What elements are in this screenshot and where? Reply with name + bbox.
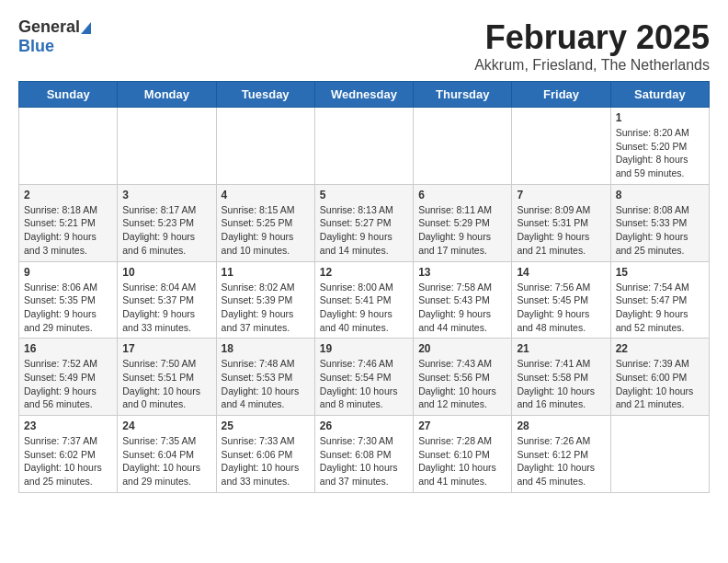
calendar-week-3: 9Sunrise: 8:06 AM Sunset: 5:35 PM Daylig… (19, 261, 710, 339)
weekday-header-thursday: Thursday (414, 82, 512, 108)
weekday-header-row: SundayMondayTuesdayWednesdayThursdayFrid… (19, 82, 710, 108)
page-title: February 2025 (18, 18, 710, 57)
day-number: 21 (517, 342, 605, 355)
calendar-cell (118, 108, 216, 185)
day-info: Sunrise: 7:46 AM Sunset: 5:54 PM Dayligh… (320, 357, 408, 411)
calendar-week-2: 2Sunrise: 8:18 AM Sunset: 5:21 PM Daylig… (19, 184, 710, 261)
weekday-header-friday: Friday (512, 82, 610, 108)
logo-blue-text: Blue (18, 37, 54, 56)
calendar-week-1: 1Sunrise: 8:20 AM Sunset: 5:20 PM Daylig… (19, 108, 710, 185)
day-number: 12 (320, 266, 408, 279)
day-info: Sunrise: 7:50 AM Sunset: 5:51 PM Dayligh… (122, 357, 210, 411)
calendar-cell: 1Sunrise: 8:20 AM Sunset: 5:20 PM Daylig… (610, 108, 709, 185)
day-info: Sunrise: 7:37 AM Sunset: 6:02 PM Dayligh… (24, 434, 112, 488)
day-number: 18 (222, 342, 310, 355)
calendar-cell: 11Sunrise: 8:02 AM Sunset: 5:39 PM Dayli… (216, 261, 314, 339)
day-info: Sunrise: 7:58 AM Sunset: 5:43 PM Dayligh… (418, 281, 506, 335)
calendar-cell: 19Sunrise: 7:46 AM Sunset: 5:54 PM Dayli… (314, 339, 413, 416)
calendar-week-5: 23Sunrise: 7:37 AM Sunset: 6:02 PM Dayli… (19, 416, 710, 493)
calendar-cell: 17Sunrise: 7:50 AM Sunset: 5:51 PM Dayli… (118, 339, 216, 416)
day-info: Sunrise: 7:43 AM Sunset: 5:56 PM Dayligh… (418, 357, 506, 411)
weekday-header-sunday: Sunday (19, 82, 118, 108)
calendar-cell: 10Sunrise: 8:04 AM Sunset: 5:37 PM Dayli… (118, 261, 216, 339)
calendar-cell: 3Sunrise: 8:17 AM Sunset: 5:23 PM Daylig… (118, 184, 216, 261)
calendar-cell: 6Sunrise: 8:11 AM Sunset: 5:29 PM Daylig… (414, 184, 512, 261)
day-number: 10 (122, 266, 210, 279)
day-number: 8 (616, 189, 704, 201)
calendar-cell: 24Sunrise: 7:35 AM Sunset: 6:04 PM Dayli… (118, 416, 216, 493)
day-number: 19 (320, 342, 408, 355)
weekday-header-wednesday: Wednesday (314, 82, 413, 108)
day-info: Sunrise: 8:20 AM Sunset: 5:20 PM Dayligh… (616, 126, 704, 180)
calendar-table: SundayMondayTuesdayWednesdayThursdayFrid… (18, 81, 710, 493)
calendar-cell: 25Sunrise: 7:33 AM Sunset: 6:06 PM Dayli… (216, 416, 314, 493)
logo: General Blue (18, 18, 91, 56)
calendar-cell: 26Sunrise: 7:30 AM Sunset: 6:08 PM Dayli… (314, 416, 413, 493)
day-info: Sunrise: 7:52 AM Sunset: 5:49 PM Dayligh… (24, 357, 112, 411)
calendar-cell: 14Sunrise: 7:56 AM Sunset: 5:45 PM Dayli… (512, 261, 610, 339)
logo-text: General (18, 18, 91, 37)
day-info: Sunrise: 8:09 AM Sunset: 5:31 PM Dayligh… (517, 203, 605, 258)
calendar-cell: 12Sunrise: 8:00 AM Sunset: 5:41 PM Dayli… (314, 261, 413, 339)
calendar-cell: 7Sunrise: 8:09 AM Sunset: 5:31 PM Daylig… (512, 184, 610, 261)
day-number: 25 (222, 419, 310, 432)
day-info: Sunrise: 8:11 AM Sunset: 5:29 PM Dayligh… (418, 203, 506, 258)
day-number: 6 (418, 189, 506, 201)
day-info: Sunrise: 7:30 AM Sunset: 6:08 PM Dayligh… (320, 434, 408, 488)
calendar-cell (414, 108, 512, 185)
calendar-cell: 21Sunrise: 7:41 AM Sunset: 5:58 PM Dayli… (512, 339, 610, 416)
calendar-cell: 15Sunrise: 7:54 AM Sunset: 5:47 PM Dayli… (610, 261, 709, 339)
calendar-cell: 28Sunrise: 7:26 AM Sunset: 6:12 PM Dayli… (512, 416, 610, 493)
day-info: Sunrise: 8:15 AM Sunset: 5:25 PM Dayligh… (222, 203, 310, 258)
calendar-cell: 22Sunrise: 7:39 AM Sunset: 6:00 PM Dayli… (610, 339, 709, 416)
day-info: Sunrise: 7:26 AM Sunset: 6:12 PM Dayligh… (517, 434, 605, 488)
calendar-cell: 13Sunrise: 7:58 AM Sunset: 5:43 PM Dayli… (414, 261, 512, 339)
calendar-week-4: 16Sunrise: 7:52 AM Sunset: 5:49 PM Dayli… (19, 339, 710, 416)
day-number: 9 (24, 266, 112, 279)
day-number: 4 (222, 189, 310, 201)
calendar-cell: 9Sunrise: 8:06 AM Sunset: 5:35 PM Daylig… (19, 261, 118, 339)
day-info: Sunrise: 7:56 AM Sunset: 5:45 PM Dayligh… (517, 281, 605, 335)
day-number: 7 (517, 189, 605, 201)
day-info: Sunrise: 7:35 AM Sunset: 6:04 PM Dayligh… (122, 434, 210, 488)
day-number: 16 (24, 342, 112, 355)
day-info: Sunrise: 7:39 AM Sunset: 6:00 PM Dayligh… (616, 357, 704, 411)
calendar-cell (314, 108, 413, 185)
calendar-cell: 27Sunrise: 7:28 AM Sunset: 6:10 PM Dayli… (414, 416, 512, 493)
day-info: Sunrise: 8:06 AM Sunset: 5:35 PM Dayligh… (24, 281, 112, 335)
day-number: 17 (122, 342, 210, 355)
day-number: 3 (122, 189, 210, 201)
day-number: 26 (320, 419, 408, 432)
day-number: 1 (616, 111, 704, 124)
calendar-cell: 4Sunrise: 8:15 AM Sunset: 5:25 PM Daylig… (216, 184, 314, 261)
calendar-cell (19, 108, 118, 185)
day-info: Sunrise: 8:13 AM Sunset: 5:27 PM Dayligh… (320, 203, 408, 258)
day-number: 20 (418, 342, 506, 355)
day-info: Sunrise: 7:54 AM Sunset: 5:47 PM Dayligh… (616, 281, 704, 335)
weekday-header-monday: Monday (118, 82, 216, 108)
day-info: Sunrise: 8:17 AM Sunset: 5:23 PM Dayligh… (122, 203, 210, 258)
day-number: 15 (616, 266, 704, 279)
page-header: February 2025 Akkrum, Friesland, The Net… (18, 18, 710, 74)
calendar-cell: 18Sunrise: 7:48 AM Sunset: 5:53 PM Dayli… (216, 339, 314, 416)
day-info: Sunrise: 7:48 AM Sunset: 5:53 PM Dayligh… (222, 357, 310, 411)
calendar-cell: 8Sunrise: 8:08 AM Sunset: 5:33 PM Daylig… (610, 184, 709, 261)
day-info: Sunrise: 7:28 AM Sunset: 6:10 PM Dayligh… (418, 434, 506, 488)
calendar-cell: 16Sunrise: 7:52 AM Sunset: 5:49 PM Dayli… (19, 339, 118, 416)
day-info: Sunrise: 7:33 AM Sunset: 6:06 PM Dayligh… (222, 434, 310, 488)
calendar-cell: 2Sunrise: 8:18 AM Sunset: 5:21 PM Daylig… (19, 184, 118, 261)
day-number: 14 (517, 266, 605, 279)
calendar-cell (216, 108, 314, 185)
day-number: 27 (418, 419, 506, 432)
day-info: Sunrise: 8:02 AM Sunset: 5:39 PM Dayligh… (222, 281, 310, 335)
day-number: 2 (24, 189, 112, 201)
day-number: 23 (24, 419, 112, 432)
calendar-cell (610, 416, 709, 493)
day-info: Sunrise: 8:18 AM Sunset: 5:21 PM Dayligh… (24, 203, 112, 258)
day-number: 11 (222, 266, 310, 279)
page-subtitle: Akkrum, Friesland, The Netherlands (18, 57, 710, 74)
weekday-header-saturday: Saturday (610, 82, 709, 108)
day-number: 22 (616, 342, 704, 355)
day-info: Sunrise: 8:00 AM Sunset: 5:41 PM Dayligh… (320, 281, 408, 335)
weekday-header-tuesday: Tuesday (216, 82, 314, 108)
